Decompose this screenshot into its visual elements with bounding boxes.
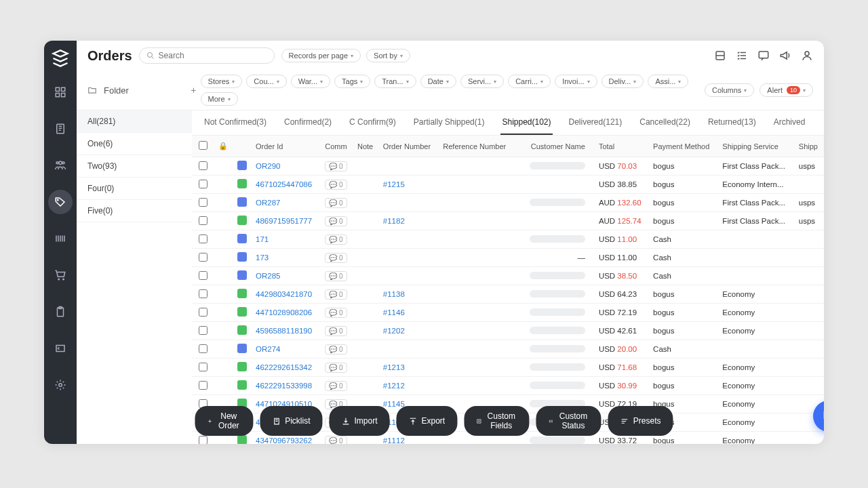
row-checkbox[interactable]	[199, 198, 208, 207]
comment-count[interactable]: 💬 0	[325, 235, 347, 245]
tab[interactable]: Cancelled(22)	[638, 110, 692, 135]
columns-dropdown[interactable]: Columns▾	[705, 83, 754, 97]
action-button[interactable]: Custom Fields	[464, 406, 529, 436]
order-id-link[interactable]: OR274	[256, 345, 280, 353]
filter-pill[interactable]: Tags ▾	[334, 75, 370, 88]
folder-item[interactable]: Five(0)	[77, 200, 192, 222]
action-button[interactable]: Custom Status	[536, 406, 601, 436]
checklist-icon[interactable]	[736, 49, 748, 62]
comment-count[interactable]: 💬 0	[325, 436, 347, 445]
nav-cart-icon[interactable]	[48, 263, 73, 287]
folder-item[interactable]: One(6)	[77, 133, 192, 155]
row-checkbox[interactable]	[199, 216, 208, 225]
top-pill[interactable]: Records per page ▾	[281, 49, 361, 62]
order-id-link[interactable]: 171	[256, 235, 269, 243]
action-button[interactable]: Export	[396, 406, 457, 436]
order-number-link[interactable]: #1215	[383, 180, 405, 188]
nav-tag-icon[interactable]	[48, 190, 73, 214]
filter-pill[interactable]: Stores ▾	[201, 75, 243, 88]
comment-count[interactable]: 💬 0	[325, 271, 347, 281]
tab[interactable]: Shipped(102)	[500, 110, 552, 135]
chat-icon[interactable]	[757, 49, 770, 62]
row-checkbox[interactable]	[199, 289, 208, 298]
order-number-link[interactable]: #1138	[383, 290, 405, 298]
tab[interactable]: Returned(13)	[707, 110, 757, 135]
nav-dashboard-icon[interactable]	[48, 80, 73, 104]
scan-icon[interactable]	[714, 49, 726, 62]
action-button[interactable]: Presets	[608, 406, 673, 436]
nav-clipboard-icon[interactable]	[48, 300, 73, 324]
order-id-link[interactable]: 4471028908206	[256, 308, 312, 317]
row-checkbox[interactable]	[199, 436, 208, 445]
folder-item[interactable]: Two(93)	[77, 155, 192, 178]
nav-barcode-icon[interactable]	[48, 226, 73, 251]
select-all-checkbox[interactable]	[199, 141, 208, 150]
tab[interactable]: Not Confirmed(3)	[203, 110, 268, 135]
row-checkbox[interactable]	[199, 271, 208, 280]
comment-count[interactable]: 💬 0	[325, 253, 347, 263]
top-pill[interactable]: Sort by ▾	[366, 49, 410, 62]
row-checkbox[interactable]	[199, 363, 208, 371]
order-id-link[interactable]: 4429803421870	[256, 290, 312, 298]
order-id-link[interactable]: OR285	[256, 272, 280, 280]
order-number-link[interactable]: #1213	[383, 363, 405, 371]
comment-count[interactable]: 💬 0	[325, 308, 347, 318]
row-checkbox[interactable]	[199, 381, 208, 390]
folder-item[interactable]: All(281)	[77, 110, 192, 133]
filter-pill[interactable]: Assi... ▾	[648, 75, 688, 88]
user-icon[interactable]	[801, 49, 813, 62]
tab[interactable]: Partially Shipped(1)	[412, 110, 486, 135]
filter-pill[interactable]: Carri... ▾	[508, 75, 551, 88]
row-checkbox[interactable]	[199, 344, 208, 353]
comment-count[interactable]: 💬 0	[325, 180, 347, 190]
filter-pill[interactable]: Date ▾	[420, 75, 456, 88]
filter-pill[interactable]: Deliv... ▾	[601, 75, 644, 88]
comment-count[interactable]: 💬 0	[325, 216, 347, 226]
row-checkbox[interactable]	[199, 235, 208, 243]
tab[interactable]: Archived	[772, 110, 807, 135]
comment-count[interactable]: 💬 0	[325, 198, 347, 208]
alert-dropdown[interactable]: Alert10▾	[760, 83, 813, 97]
nav-settings-icon[interactable]	[48, 373, 73, 397]
tab[interactable]: C Confirm(9)	[348, 110, 397, 135]
search-input[interactable]	[159, 51, 267, 60]
order-number-link[interactable]: #1112	[383, 436, 405, 444]
tab[interactable]: Confirmed(2)	[283, 110, 333, 135]
order-id-link[interactable]: 4671025447086	[256, 180, 312, 188]
order-number-link[interactable]: #1202	[383, 327, 405, 335]
action-button[interactable]: Import	[329, 406, 389, 436]
order-id-link[interactable]: 4596588118190	[256, 327, 312, 335]
row-checkbox[interactable]	[199, 180, 208, 188]
action-button[interactable]: New Order	[195, 406, 253, 436]
filter-pill[interactable]: Tran... ▾	[374, 75, 416, 88]
action-button[interactable]: Picklist	[260, 406, 322, 436]
comment-count[interactable]: 💬 0	[325, 344, 347, 354]
order-number-link[interactable]: #1212	[383, 382, 405, 390]
order-number-link[interactable]: #1182	[383, 217, 405, 225]
comment-count[interactable]: 💬 0	[325, 363, 347, 373]
announce-icon[interactable]	[779, 49, 791, 62]
tab[interactable]: Delivered(121)	[568, 110, 624, 135]
order-id-link[interactable]: OR290	[256, 162, 280, 170]
nav-users-icon[interactable]	[48, 153, 73, 178]
filter-pill[interactable]: War... ▾	[291, 75, 330, 88]
comment-count[interactable]: 💬 0	[325, 161, 347, 171]
row-checkbox[interactable]	[199, 253, 208, 262]
add-folder-button[interactable]: +	[191, 85, 196, 96]
order-id-link[interactable]: OR287	[256, 199, 280, 207]
filter-pill[interactable]: Servi... ▾	[460, 75, 504, 88]
order-id-link[interactable]: 4622291533998	[256, 382, 312, 390]
order-id-link[interactable]: 4869715951777	[256, 217, 312, 225]
filter-pill[interactable]: Invoi... ▾	[555, 75, 597, 88]
row-checkbox[interactable]	[199, 326, 208, 335]
comment-count[interactable]: 💬 0	[325, 289, 347, 300]
filter-pill[interactable]: Cou... ▾	[246, 75, 286, 88]
nav-return-icon[interactable]	[48, 336, 73, 361]
order-number-link[interactable]: #1146	[383, 308, 405, 317]
row-checkbox[interactable]	[199, 308, 208, 317]
search-box[interactable]	[139, 47, 275, 64]
row-checkbox[interactable]	[199, 161, 208, 170]
order-id-link[interactable]: 4622292615342	[256, 363, 312, 371]
filter-pill[interactable]: More ▾	[201, 92, 238, 106]
comment-count[interactable]: 💬 0	[325, 326, 347, 336]
